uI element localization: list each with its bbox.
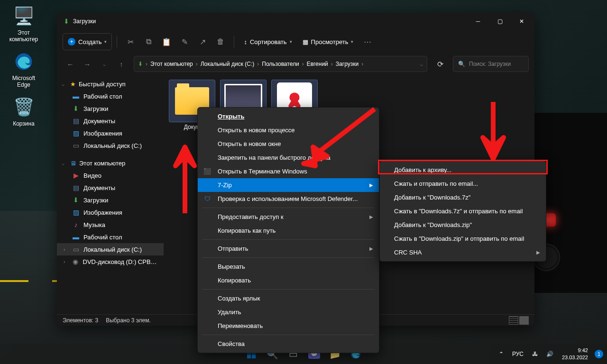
- nav-this-pc[interactable]: ⌵ 🖥 Этот компьютер: [57, 157, 164, 169]
- download-icon: ⬇: [138, 61, 143, 67]
- maximize-button[interactable]: ▢: [489, 14, 511, 29]
- ctx-compress-zip-email[interactable]: Сжать в "Downloads.zip" и отправить по e…: [380, 232, 546, 246]
- ctx-crc-sha[interactable]: CRC SHA▶: [380, 246, 546, 259]
- picture-icon: ▨: [72, 209, 80, 216]
- edge-icon: [12, 50, 35, 73]
- recent-button[interactable]: ⌵: [97, 56, 112, 72]
- share-icon[interactable]: ↗: [194, 33, 211, 50]
- nav-item-desktop[interactable]: ▬Рабочий стол: [57, 231, 164, 243]
- breadcrumb-item[interactable]: Загрузки: [334, 61, 360, 67]
- paste-icon[interactable]: 📋: [158, 33, 175, 50]
- chevron-right-icon: ›: [64, 259, 65, 264]
- ctx-send[interactable]: Отправить▶: [198, 242, 379, 255]
- disk-icon: ▭: [72, 142, 80, 149]
- desktop-icon-recycle[interactable]: 🗑️ Корзина: [6, 96, 42, 127]
- ctx-defender[interactable]: 🛡Проверка с использованием Microsoft Def…: [198, 192, 379, 206]
- music-icon: ♪: [72, 221, 80, 228]
- ctx-open-new-process[interactable]: Открыть в новом процессе: [198, 123, 379, 137]
- rename-icon[interactable]: ✎: [176, 33, 193, 50]
- video-icon: ▶: [72, 172, 80, 179]
- ctx-copy[interactable]: Копировать: [198, 273, 379, 287]
- tray-expand-icon[interactable]: ⌃: [497, 350, 506, 358]
- ctx-cut[interactable]: Вырезать: [198, 260, 379, 273]
- view-button[interactable]: ▦ Просмотреть ▾: [298, 33, 359, 50]
- address-row: ← → ⌵ ↑ ⬇ › Этот компьютер› Локальный ди…: [57, 54, 534, 74]
- view-large-button[interactable]: [519, 316, 529, 325]
- item-count: Элементов: 3: [63, 317, 98, 324]
- notifications-icon[interactable]: 1: [595, 350, 603, 358]
- monitor-icon: 🖥️: [12, 5, 35, 27]
- view-icon: ▦: [303, 38, 308, 46]
- nav-item-pictures[interactable]: ▨Изображения: [57, 127, 164, 139]
- nav-item-dvd[interactable]: ›◉DVD-дисковод (D:) CPBA_X6: [57, 255, 164, 268]
- desktop-icon: ▬: [72, 233, 80, 241]
- ctx-copy-path[interactable]: Копировать как путь: [198, 224, 379, 237]
- selection-count: Выбрано 3 элем.: [106, 317, 151, 324]
- breadcrumb-item[interactable]: Пользователи: [260, 61, 301, 67]
- back-button[interactable]: ←: [63, 56, 78, 72]
- chevron-down-icon[interactable]: ⌵: [420, 62, 423, 67]
- cut-icon[interactable]: ✂: [122, 33, 139, 50]
- ctx-open-terminal[interactable]: ⬛Открыть в Терминале Windows: [198, 164, 379, 178]
- nav-item-downloads[interactable]: ⬇Загрузки: [57, 194, 164, 206]
- nav-item-disk-c[interactable]: ▭Локальный диск (C:): [57, 139, 164, 152]
- close-button[interactable]: ✕: [511, 14, 533, 29]
- copy-icon[interactable]: ⧉: [140, 33, 157, 50]
- download-icon: ⬇: [72, 105, 80, 112]
- ctx-create-shortcut[interactable]: Создать ярлык: [198, 291, 379, 305]
- chevron-down-icon: ⌵: [62, 82, 67, 87]
- volume-icon[interactable]: 🔊: [544, 350, 555, 358]
- star-icon: ★: [70, 81, 76, 88]
- sort-icon: ↕: [244, 38, 247, 46]
- terminal-icon: ⬛: [203, 168, 211, 175]
- chevron-right-icon: ▶: [369, 214, 373, 219]
- doc-icon: ▤: [72, 184, 80, 191]
- context-menu-main: Открыть Открыть в новом процессе Открыть…: [197, 107, 379, 353]
- titlebar[interactable]: ⬇ Загрузки ─ ▢ ✕: [57, 13, 534, 30]
- network-icon[interactable]: 🖧: [530, 350, 540, 358]
- delete-icon[interactable]: 🗑: [212, 33, 229, 50]
- language-indicator[interactable]: РУС: [510, 350, 525, 358]
- ctx-add-zip[interactable]: Добавить к "Downloads.zip": [380, 218, 546, 232]
- minimize-button[interactable]: ─: [467, 14, 489, 29]
- breadcrumb[interactable]: ⬇ › Этот компьютер› Локальный диск (C:)›…: [134, 56, 427, 72]
- desktop-icon-this-pc[interactable]: 🖥️ Этот компьютер: [6, 5, 42, 43]
- ctx-pin-quick[interactable]: Закрепить на панели быстрого доступа: [198, 151, 379, 164]
- ctx-compress-7z-email[interactable]: Сжать в "Downloads.7z" и отправить по em…: [380, 204, 546, 218]
- nav-item-pictures[interactable]: ▨Изображения: [57, 206, 164, 218]
- monitor-icon: 🖥: [70, 160, 76, 167]
- ctx-open[interactable]: Открыть: [198, 109, 379, 123]
- breadcrumb-item[interactable]: Локальный диск (C:): [199, 61, 257, 67]
- breadcrumb-item[interactable]: Этот компьютер: [148, 61, 195, 67]
- view-details-button[interactable]: [509, 316, 518, 325]
- ctx-add-to-archive[interactable]: Добавить к архиву...: [380, 163, 546, 177]
- chevron-down-icon: ▾: [104, 39, 107, 44]
- clock[interactable]: 9:42 23.03.2022: [560, 346, 590, 362]
- ctx-properties[interactable]: Свойства: [198, 337, 379, 351]
- breadcrumb-item[interactable]: Евгений: [305, 61, 330, 67]
- chevron-down-icon: ▾: [290, 39, 292, 44]
- up-button[interactable]: ↑: [114, 56, 129, 72]
- refresh-button[interactable]: ⟳: [432, 56, 448, 72]
- ctx-rename[interactable]: Переименовать: [198, 319, 379, 333]
- nav-item-video[interactable]: ▶Видео: [57, 169, 164, 182]
- search-input[interactable]: 🔍 Поиск: Загрузки: [453, 56, 529, 72]
- sort-button[interactable]: ↕ Сортировать ▾: [239, 33, 296, 50]
- nav-item-music[interactable]: ♪Музыка: [57, 218, 164, 231]
- ctx-open-new-window[interactable]: Открыть в новом окне: [198, 137, 379, 151]
- nav-item-documents[interactable]: ▤Документы: [57, 115, 164, 127]
- nav-item-documents[interactable]: ▤Документы: [57, 182, 164, 194]
- ctx-delete[interactable]: Удалить: [198, 305, 379, 319]
- ctx-compress-email[interactable]: Сжать и отправить по email...: [380, 177, 546, 191]
- more-icon[interactable]: ⋯: [359, 33, 376, 50]
- nav-item-disk-c[interactable]: ›▭Локальный диск (C:): [57, 243, 164, 255]
- nav-quick-access[interactable]: ⌵ ★ Быстрый доступ: [57, 78, 164, 90]
- ctx-add-7z[interactable]: Добавить к "Downloads.7z": [380, 191, 546, 204]
- forward-button[interactable]: →: [80, 56, 95, 72]
- desktop-icon-edge[interactable]: Microsoft Edge: [6, 50, 42, 89]
- ctx-share-access[interactable]: Предоставить доступ к▶: [198, 210, 379, 224]
- create-button[interactable]: + Создать ▾: [63, 33, 112, 50]
- ctx-7zip[interactable]: 7-Zip▶: [198, 178, 379, 192]
- nav-item-downloads[interactable]: ⬇Загрузки: [57, 102, 164, 115]
- nav-item-desktop[interactable]: ▬Рабочий стол: [57, 90, 164, 102]
